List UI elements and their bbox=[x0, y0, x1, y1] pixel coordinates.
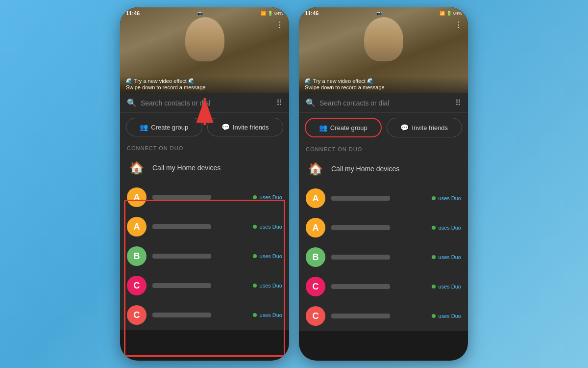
three-dots-right[interactable]: ⋮ bbox=[455, 20, 463, 29]
status-icons-left: 📶 🔋 84% bbox=[261, 11, 283, 16]
contact-status-right-1: uses Duo bbox=[432, 225, 461, 231]
uses-duo-text-right-1: uses Duo bbox=[439, 225, 461, 231]
contact-name-blur-left-3 bbox=[152, 283, 211, 288]
notification-text1-left: 🌊 Try a new video effect 🌊 bbox=[126, 78, 283, 84]
contact-info-left-2 bbox=[152, 254, 247, 259]
status-icon-right: 📷 bbox=[376, 11, 382, 16]
contact-name-blur-left-1 bbox=[152, 224, 211, 229]
uses-duo-text-right-3: uses Duo bbox=[439, 284, 461, 289]
dial-pad-icon-right[interactable]: ⠿ bbox=[455, 98, 461, 107]
contact-row-right-1[interactable]: A uses Duo bbox=[299, 213, 468, 242]
green-dot-left-1 bbox=[253, 225, 257, 229]
dial-pad-icon-left[interactable]: ⠿ bbox=[276, 98, 282, 107]
contact-status-left-1: uses Duo bbox=[253, 224, 282, 230]
contact-row-right-2[interactable]: B uses Duo bbox=[299, 242, 468, 272]
wifi-icon-right: 🔋 bbox=[446, 11, 452, 16]
face-silhouette-right bbox=[364, 17, 403, 61]
uses-duo-text-left-2: uses Duo bbox=[260, 253, 282, 259]
green-dot-right-2 bbox=[432, 255, 436, 259]
contact-info-left-4 bbox=[152, 313, 247, 317]
status-icon-left: 📷 bbox=[197, 11, 203, 16]
battery-text-left: 84% bbox=[274, 11, 283, 16]
create-group-icon-right: 👥 bbox=[319, 124, 327, 131]
avatar-right-0: A bbox=[306, 188, 325, 208]
status-icons-right: 📶 🔋 84% bbox=[440, 11, 462, 16]
contact-name-blur-right-0 bbox=[331, 196, 390, 201]
invite-friends-label-left: Invite friends bbox=[233, 124, 269, 131]
camera-view-right: 11:46 📷 📶 🔋 84% ⋮ 🌊 Try a new video effe… bbox=[299, 7, 468, 93]
contact-row-right-0[interactable]: A uses Duo bbox=[299, 184, 468, 213]
avatar-left-4: C bbox=[127, 305, 147, 325]
contact-name-blur-right-1 bbox=[331, 225, 390, 230]
uses-duo-text-left-1: uses Duo bbox=[260, 224, 282, 230]
status-time-left: 11:46 bbox=[126, 10, 140, 16]
battery-text-right: 84% bbox=[453, 11, 462, 16]
green-dot-right-0 bbox=[432, 196, 436, 200]
search-icon-left: 🔍 bbox=[127, 98, 137, 107]
contact-info-right-4 bbox=[331, 314, 426, 318]
contact-info-right-3 bbox=[331, 284, 426, 289]
avatar-right-3: C bbox=[306, 277, 325, 296]
avatar-left-3: C bbox=[127, 276, 147, 295]
home-device-row-left[interactable]: 🏠 Call my Home devices bbox=[120, 153, 289, 183]
create-group-label-left: Create group bbox=[151, 124, 188, 131]
contact-status-left-3: uses Duo bbox=[253, 283, 282, 289]
camera-view-left: 11:46 📷 📶 🔋 84% ⋮ 🌊 Try a new video effe… bbox=[120, 7, 289, 93]
contact-row-left-0[interactable]: A uses Duo bbox=[120, 183, 289, 212]
search-bar-right[interactable]: 🔍 Search contacts or dial ⠿ bbox=[299, 93, 468, 113]
green-dot-right-3 bbox=[432, 285, 436, 289]
contact-name-blur-right-2 bbox=[331, 255, 390, 260]
search-input-right[interactable]: Search contacts or dial bbox=[319, 99, 451, 107]
home-device-name-left: Call my Home devices bbox=[152, 164, 220, 172]
uses-duo-text-right-4: uses Duo bbox=[439, 313, 461, 319]
action-buttons-left: 👥 Create group 💬 Invite friends bbox=[120, 113, 289, 141]
wifi-icon: 🔋 bbox=[268, 11, 273, 16]
contact-status-right-2: uses Duo bbox=[432, 254, 461, 260]
invite-friends-button-right[interactable]: 💬 Invite friends bbox=[387, 118, 463, 137]
contact-status-right-4: uses Duo bbox=[432, 313, 461, 319]
invite-friends-icon-left: 💬 bbox=[221, 123, 230, 131]
contact-name-blur-right-3 bbox=[331, 284, 390, 289]
create-group-icon-left: 👥 bbox=[140, 123, 148, 131]
contact-name-blur-left-0 bbox=[152, 195, 211, 200]
search-icon-right: 🔍 bbox=[306, 98, 316, 107]
contact-name-blur-right-4 bbox=[331, 314, 390, 318]
green-dot-right-1 bbox=[432, 226, 436, 230]
three-dots-left[interactable]: ⋮ bbox=[276, 20, 284, 29]
green-dot-left-2 bbox=[253, 254, 257, 258]
contact-row-right-3[interactable]: C uses Duo bbox=[299, 272, 468, 301]
contact-info-left-1 bbox=[152, 224, 247, 229]
invite-friends-icon-right: 💬 bbox=[400, 124, 409, 131]
create-group-label-right: Create group bbox=[330, 124, 368, 131]
notification-bar-right: 🌊 Try a new video effect 🌊 Swipe down to… bbox=[299, 76, 468, 93]
signal-icon: 📶 bbox=[261, 11, 266, 16]
status-time-right: 11:46 bbox=[305, 10, 318, 16]
avatar-right-2: B bbox=[306, 247, 325, 267]
contact-row-left-3[interactable]: C uses Duo bbox=[120, 271, 289, 300]
green-dot-left-3 bbox=[253, 284, 257, 288]
home-device-row-right[interactable]: 🏠 Call my Home devices bbox=[299, 154, 468, 184]
home-device-icon-right: 🏠 bbox=[306, 159, 325, 179]
contact-status-left-0: uses Duo bbox=[253, 194, 282, 200]
contact-row-left-2[interactable]: B uses Duo bbox=[120, 241, 289, 271]
home-device-name-right: Call my Home devices bbox=[331, 165, 399, 173]
contact-status-left-2: uses Duo bbox=[253, 253, 282, 259]
contacts-list-left: A uses Duo A uses Duo bbox=[120, 183, 289, 330]
section-label-right: CONNECT ON DUO bbox=[299, 142, 468, 154]
create-group-button-left[interactable]: 👥 Create group bbox=[126, 118, 202, 136]
home-device-icon-left: 🏠 bbox=[127, 158, 147, 178]
notification-bar-left: 🌊 Try a new video effect 🌊 Swipe down to… bbox=[120, 76, 289, 93]
contact-row-right-4[interactable]: C uses Duo bbox=[299, 301, 468, 331]
invite-friends-label-right: Invite friends bbox=[412, 124, 448, 131]
uses-duo-text-left-4: uses Duo bbox=[260, 312, 282, 318]
uses-duo-text-left-3: uses Duo bbox=[260, 283, 282, 289]
search-input-left[interactable]: Search contacts or dial bbox=[141, 99, 272, 107]
contact-name-blur-left-2 bbox=[152, 254, 211, 259]
status-bar-left: 11:46 📷 📶 🔋 84% bbox=[120, 7, 289, 19]
contact-row-left-4[interactable]: C uses Duo bbox=[120, 300, 289, 330]
create-group-button-right[interactable]: 👥 Create group bbox=[305, 118, 382, 137]
search-bar-left[interactable]: 🔍 Search contacts or dial ⠿ bbox=[120, 93, 289, 113]
section-label-left: CONNECT ON DUO bbox=[120, 141, 289, 153]
contact-row-left-1[interactable]: A uses Duo bbox=[120, 212, 289, 241]
invite-friends-button-left[interactable]: 💬 Invite friends bbox=[207, 118, 284, 136]
